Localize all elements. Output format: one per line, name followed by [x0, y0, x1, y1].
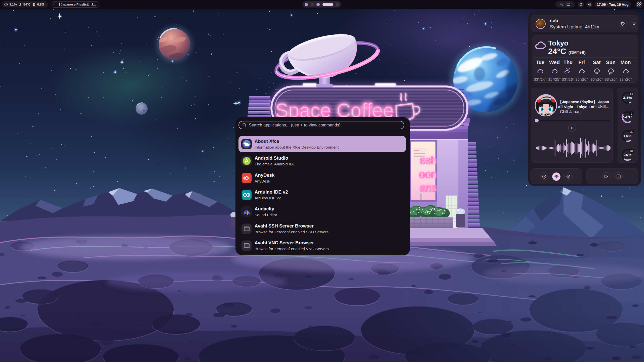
svg-text:esh: esh	[420, 154, 437, 166]
svg-text:oon: oon	[419, 168, 437, 180]
svg-text:14%: 14%	[623, 134, 631, 138]
svg-text:C: C	[562, 4, 564, 6]
svg-text:3.1%: 3.1%	[623, 96, 632, 100]
svg-text:24%: 24%	[623, 153, 631, 157]
svg-text:TOKYO L: TOKYO L	[539, 112, 553, 116]
svg-text:54°C: 54°C	[623, 115, 632, 119]
